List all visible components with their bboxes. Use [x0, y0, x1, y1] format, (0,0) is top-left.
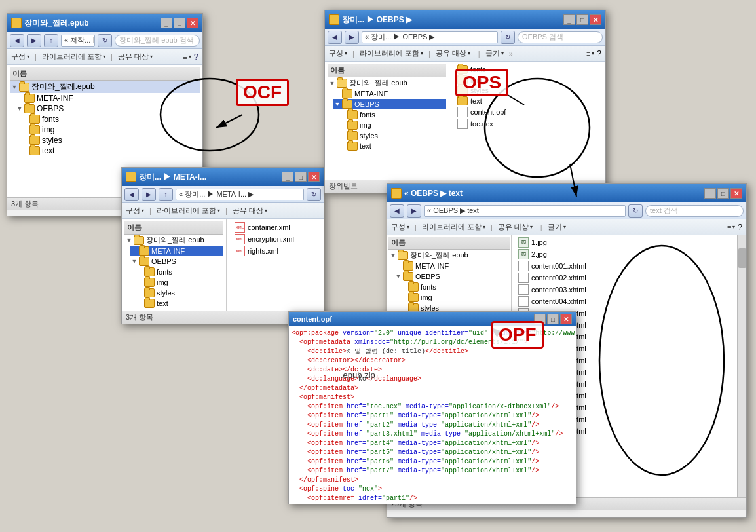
back-btn-w2[interactable]: ◀ — [124, 188, 139, 201]
window-oebps[interactable]: 장미... ▶ OEBPS ▶ _ □ ✕ ◀ ▶ « 장미... ▶ OEBP… — [324, 10, 606, 193]
close-btn-w5[interactable]: ✕ — [560, 314, 572, 324]
toolbar-w3: 구성 | 라이브러리에 포함 | 공유 대상 | 글기 » ≡ ? — [325, 46, 605, 62]
refresh-btn-w4[interactable]: ↻ — [628, 204, 643, 218]
organize-btn-w3[interactable]: 구성 — [329, 48, 347, 58]
search-bar-w4[interactable]: text 검색 — [645, 205, 744, 217]
search-bar-w3[interactable]: OEBPS 검색 — [518, 31, 603, 43]
view-btn-w4[interactable]: ≡ — [727, 223, 735, 231]
refresh-btn-w1[interactable]: ↻ — [98, 34, 112, 47]
tree-epub-w2[interactable]: ▼ 장미와_찔레.epub — [124, 235, 223, 246]
share-btn-w3[interactable]: 공유 대상 — [436, 48, 470, 58]
close-btn-toolbar-w4[interactable]: 글기 — [548, 222, 566, 232]
up-btn-w1[interactable]: ↑ — [44, 34, 58, 47]
share-btn-w2[interactable]: 공유 대상 — [233, 206, 267, 216]
tree-oebps-w3[interactable]: ▼ OEBPS — [333, 99, 446, 109]
forward-btn-w4[interactable]: ▶ — [407, 204, 421, 218]
minimize-btn-w1[interactable]: _ — [161, 18, 172, 28]
maximize-btn-w3[interactable]: □ — [576, 14, 588, 25]
file-contentopf-w3[interactable]: content.opf — [455, 106, 600, 118]
tree-epub-w3[interactable]: ▼ 장미와_찔레.epub — [328, 77, 446, 88]
maximize-btn-w4[interactable]: □ — [717, 188, 729, 199]
file-tocncx-w3[interactable]: toc.ncx — [455, 118, 600, 130]
window-metainf[interactable]: 장미... ▶ META-I... _ □ ✕ ◀ ▶ ↑ « 장미... ▶ … — [121, 167, 324, 324]
tree-item-styles-w1[interactable]: styles — [20, 135, 200, 145]
up-btn-w2[interactable]: ↑ — [159, 188, 173, 201]
close-btn-w4[interactable]: ✕ — [730, 188, 742, 199]
tree-item-text-w1[interactable]: text — [20, 145, 200, 156]
file-1jpg[interactable]: 🖼 1.jpg — [516, 237, 733, 248]
address-bar-w3[interactable]: « 장미... ▶ OEBPS ▶ — [362, 31, 498, 43]
file-content003[interactable]: content003.xhtml — [516, 284, 733, 295]
tree-item-oebps-w1[interactable]: ▼ OEBPS — [15, 104, 200, 114]
file-text-w3[interactable]: text — [455, 96, 600, 106]
organize-btn-w2[interactable]: 구성 — [126, 206, 144, 216]
file-styles-w3[interactable]: styles — [455, 85, 600, 96]
close-btn-toolbar-w3[interactable]: 글기 — [485, 48, 504, 58]
file-fonts-w3[interactable]: fonts — [455, 64, 600, 75]
close-btn-w3[interactable]: ✕ — [590, 14, 601, 25]
refresh-btn-w2[interactable]: ↻ — [307, 188, 321, 201]
tree-metainf-w3[interactable]: META-INF — [333, 88, 446, 99]
tree-img-w2[interactable]: img — [135, 277, 223, 288]
file-content002[interactable]: content002.xhtml — [516, 272, 733, 284]
minimize-btn-w5[interactable]: _ — [534, 314, 546, 324]
view-btn-w1[interactable]: ≡ — [183, 53, 191, 61]
tree-text-w2[interactable]: text — [135, 298, 223, 309]
tree-fonts-w4[interactable]: fonts — [399, 282, 510, 292]
organize-btn-w4[interactable]: 구성 — [391, 222, 409, 232]
include-library-btn-w2[interactable]: 라이브러리에 포함 — [157, 206, 220, 216]
minimize-btn-w4[interactable]: _ — [704, 188, 716, 199]
tree-fonts-w2[interactable]: fonts — [135, 267, 223, 277]
back-btn-w4[interactable]: ◀ — [390, 204, 404, 218]
address-bar-w2[interactable]: « 장미... ▶ META-I... ▶ — [176, 189, 304, 200]
include-library-btn-w3[interactable]: 라이브러리에 포함 — [360, 48, 423, 58]
share-btn-w4[interactable]: 공유 대상 — [498, 222, 533, 232]
tree-item-metainf-w1[interactable]: META-INF — [15, 93, 200, 104]
minimize-btn-w3[interactable]: _ — [563, 14, 575, 25]
view-btn-w3[interactable]: ≡ — [586, 50, 594, 58]
minimize-btn-w2[interactable]: _ — [282, 172, 293, 182]
file-container-xml[interactable]: XML container.xml — [232, 221, 318, 233]
scrollbar-w4[interactable] — [737, 235, 746, 497]
back-btn-w3[interactable]: ◀ — [328, 31, 342, 44]
organize-btn-w1[interactable]: 구성 — [11, 52, 29, 62]
address-bar-w1[interactable]: « 저작... ▶ 장미... ▶ — [61, 35, 95, 47]
search-bar-w1[interactable]: 장미와_찔레 epub 검색 — [115, 35, 200, 47]
tree-text-w3[interactable]: text — [338, 141, 446, 151]
maximize-btn-w5[interactable]: □ — [547, 314, 559, 324]
tree-img-w3[interactable]: img — [338, 120, 446, 130]
window-title-w3: 장미... ▶ OEBPS ▶ — [342, 14, 563, 26]
back-btn-w1[interactable]: ◀ — [10, 34, 24, 47]
tree-metainf-w2[interactable]: META-INF — [130, 246, 223, 256]
tree-styles-w3[interactable]: styles — [338, 130, 446, 141]
tree-img-w4[interactable]: img — [399, 292, 510, 303]
address-bar-w4[interactable]: « OEBPS ▶ text — [424, 205, 626, 217]
close-btn-w2[interactable]: ✕ — [308, 172, 320, 182]
tree-oebps-w2[interactable]: ▼ OEBPS — [130, 256, 223, 267]
forward-btn-w2[interactable]: ▶ — [142, 188, 156, 201]
file-content004[interactable]: content004.xhtml — [516, 295, 733, 307]
include-library-btn-w1[interactable]: 라이브러리에 포함 — [42, 52, 105, 62]
include-library-btn-w4[interactable]: 라이브러리에 포함 — [422, 222, 485, 232]
file-img-w3[interactable]: img — [455, 75, 600, 85]
tree-epub-w4[interactable]: ▼ 장미와_찔레.epub — [388, 250, 510, 261]
tree-item-img-w1[interactable]: img — [20, 124, 200, 135]
file-rights-xml[interactable]: XML rights.xml — [232, 245, 318, 257]
close-btn-w1[interactable]: ✕ — [187, 18, 198, 28]
tree-fonts-w3[interactable]: fonts — [338, 109, 446, 120]
maximize-btn-w1[interactable]: □ — [174, 18, 185, 28]
tree-item-epub-w1[interactable]: ▼ 장미와_찔레.epub — [10, 81, 200, 93]
file-encryption-xml[interactable]: XML encryption.xml — [232, 233, 318, 245]
tree-metainf-w4[interactable]: META-INF — [394, 261, 510, 271]
refresh-btn-w3[interactable]: ↻ — [501, 31, 515, 44]
col-header-w4: 이름 — [388, 237, 510, 250]
share-btn-w1[interactable]: 공유 대상 — [118, 52, 153, 62]
forward-btn-w1[interactable]: ▶ — [27, 34, 41, 47]
file-2jpg[interactable]: 🖼 2.jpg — [516, 248, 733, 260]
tree-styles-w2[interactable]: styles — [135, 288, 223, 298]
file-content001[interactable]: content001.xhtml — [516, 260, 733, 272]
maximize-btn-w2[interactable]: □ — [295, 172, 307, 182]
tree-item-fonts-w1[interactable]: fonts — [20, 114, 200, 124]
tree-oebps-w4[interactable]: ▼ OEBPS — [394, 271, 510, 282]
forward-btn-w3[interactable]: ▶ — [345, 31, 359, 44]
